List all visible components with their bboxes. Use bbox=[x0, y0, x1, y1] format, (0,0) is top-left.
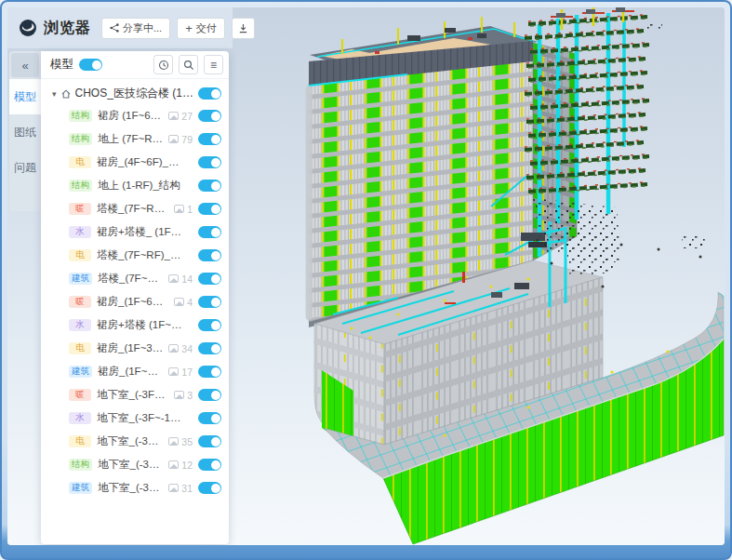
category-badge: 水 bbox=[69, 319, 91, 331]
visibility-toggle[interactable] bbox=[198, 133, 221, 145]
sheet-count: 31 bbox=[168, 483, 193, 494]
download-button[interactable] bbox=[232, 18, 255, 39]
tree-item[interactable]: 结构 地下室_(-3F~-1F)_结构 12 bbox=[41, 453, 229, 476]
history-button[interactable] bbox=[153, 55, 173, 74]
download-icon bbox=[238, 23, 248, 33]
tree-item[interactable]: 结构 地上 (1-RF)_结构 bbox=[41, 174, 229, 197]
app-logo-icon bbox=[19, 19, 37, 37]
tab-drawings[interactable]: 图纸 bbox=[9, 114, 41, 150]
sheet-count: 34 bbox=[168, 343, 193, 354]
sheet-count: 17 bbox=[168, 367, 193, 378]
model-panel: 模型 ≡ bbox=[41, 51, 229, 544]
item-label: 地下室_(-3F~-1F)_结构 bbox=[98, 458, 163, 472]
category-badge: 结构 bbox=[69, 459, 92, 471]
category-badge: 结构 bbox=[69, 110, 92, 122]
visibility-toggle[interactable] bbox=[198, 319, 221, 331]
tree-item[interactable]: 建筑 裙房_(1F~6F)_建筑 17 bbox=[41, 360, 229, 383]
tree-item[interactable]: 电 塔楼_(7F~RF)_电气 bbox=[41, 244, 229, 267]
visibility-toggle[interactable] bbox=[198, 156, 221, 168]
item-label: 裙房_(1F~6F)_建筑 bbox=[98, 365, 163, 379]
visibility-toggle[interactable] bbox=[198, 273, 221, 285]
tree-item[interactable]: 水 地下室_(-3F~-1F)_给... bbox=[41, 407, 229, 430]
tree-item[interactable]: 电 裙房_(4F~6F)_电气 bbox=[41, 151, 229, 174]
tab-model[interactable]: 模型 bbox=[9, 79, 41, 114]
category-badge: 暖 bbox=[69, 296, 91, 308]
visibility-toggle[interactable] bbox=[198, 203, 221, 215]
tree-item[interactable]: 水 裙房+塔楼 (1F~RF)_... bbox=[41, 313, 229, 337]
visibility-toggle[interactable] bbox=[198, 435, 221, 447]
visibility-toggle[interactable] bbox=[198, 389, 221, 401]
sheet-icon bbox=[174, 205, 184, 213]
visibility-toggle[interactable] bbox=[198, 226, 221, 238]
menu-button[interactable]: ≡ bbox=[204, 55, 223, 74]
category-badge: 水 bbox=[69, 412, 91, 424]
visibility-toggle[interactable] bbox=[198, 412, 221, 424]
visibility-toggle[interactable] bbox=[198, 180, 221, 192]
tab-issues[interactable]: 问题 bbox=[9, 150, 41, 185]
panel-title: 模型 bbox=[50, 57, 73, 73]
search-button[interactable] bbox=[179, 55, 198, 74]
sheet-count: 14 bbox=[168, 273, 193, 285]
item-label: 塔楼_(7F~RF)_暖通 bbox=[97, 202, 168, 216]
tree-item[interactable]: 建筑 地下室_(-3F~-1F)_建筑 31 bbox=[41, 476, 229, 500]
tree-item[interactable]: 电 裙房_(1F~3F)_电气 34 bbox=[41, 337, 229, 360]
visibility-toggle[interactable] bbox=[198, 342, 221, 354]
tree-item[interactable]: 水 裙房+塔楼_ (1F~RF)... bbox=[41, 220, 229, 244]
category-badge: 电 bbox=[69, 156, 91, 168]
deliver-button[interactable]: + 交付 bbox=[177, 18, 225, 39]
category-badge: 结构 bbox=[69, 133, 92, 145]
sheet-icon bbox=[168, 437, 179, 446]
collapse-button[interactable]: « bbox=[11, 53, 39, 77]
menu-icon: ≡ bbox=[210, 60, 217, 71]
deliver-label: 交付 bbox=[196, 21, 217, 35]
share-label: 分享中... bbox=[123, 21, 162, 35]
item-label: 地下室_(-3F~-1F)_给... bbox=[97, 411, 187, 425]
visibility-toggle[interactable] bbox=[198, 110, 221, 122]
sheet-icon bbox=[168, 135, 179, 143]
item-label: 地下室_(-3F~-1F)_暖通 bbox=[97, 388, 168, 402]
sheet-icon bbox=[168, 344, 179, 353]
home-icon bbox=[60, 88, 72, 100]
tree-item[interactable]: 建筑 塔楼_(7F~RF)_建筑 14 bbox=[41, 267, 229, 290]
visibility-toggle[interactable] bbox=[198, 366, 221, 378]
item-label: 裙房_(4F~6F)_电气 bbox=[97, 155, 187, 169]
sheet-count: 1 bbox=[174, 204, 193, 215]
sheet-count: 35 bbox=[168, 436, 193, 447]
sheet-icon bbox=[168, 367, 179, 376]
category-badge: 建筑 bbox=[69, 366, 92, 378]
sheet-count: 4 bbox=[174, 297, 193, 308]
category-badge: 结构 bbox=[69, 180, 92, 192]
item-label: 地下室_(-3F~-1F)_建筑 bbox=[98, 481, 163, 495]
item-label: 裙房_(1F~6F)_暖通 bbox=[97, 295, 168, 309]
category-badge: 暖 bbox=[69, 389, 91, 401]
app-window: 浏览器 分享中... + 交付 « 模型 图纸 问 bbox=[0, 0, 732, 560]
visibility-toggle[interactable] bbox=[198, 482, 221, 494]
sheet-count: 12 bbox=[168, 460, 193, 471]
visibility-toggle[interactable] bbox=[198, 296, 221, 308]
category-badge: 建筑 bbox=[69, 273, 92, 285]
root-visibility-toggle[interactable] bbox=[198, 87, 221, 100]
visibility-toggle[interactable] bbox=[198, 459, 221, 471]
tree-item[interactable]: 结构 裙房 (1F~6F) _结构... 27 bbox=[41, 104, 229, 127]
item-label: 地上 (7F~RF)) _结构... bbox=[98, 132, 163, 146]
tree-item[interactable]: 暖 地下室_(-3F~-1F)_暖通 3 bbox=[41, 383, 229, 407]
history-icon bbox=[158, 60, 169, 71]
item-label: 塔楼_(7F~RF)_电气 bbox=[97, 248, 187, 262]
tree-root-node[interactable]: ▾ CHOS_医技综合楼 (17... bbox=[41, 83, 229, 104]
item-label: 裙房 (1F~6F) _结构... bbox=[98, 109, 163, 123]
item-label: 裙房_(1F~3F)_电气 bbox=[97, 341, 163, 355]
tree-item[interactable]: 电 地下室_(-3F~-1F)_电气 35 bbox=[41, 430, 229, 453]
caret-down-icon[interactable]: ▾ bbox=[52, 89, 57, 99]
item-label: 裙房+塔楼 (1F~RF)_... bbox=[97, 318, 187, 332]
sheet-count: 27 bbox=[168, 111, 193, 122]
plus-icon: + bbox=[185, 22, 193, 34]
share-button[interactable]: 分享中... bbox=[101, 18, 170, 39]
model-master-toggle[interactable] bbox=[79, 59, 102, 71]
share-icon bbox=[110, 23, 119, 33]
sheet-count: 79 bbox=[168, 134, 193, 145]
page-title: 浏览器 bbox=[44, 19, 91, 38]
tree-item[interactable]: 暖 裙房_(1F~6F)_暖通 4 bbox=[41, 290, 229, 313]
tree-item[interactable]: 结构 地上 (7F~RF)) _结构... 79 bbox=[41, 127, 229, 151]
visibility-toggle[interactable] bbox=[198, 249, 221, 261]
tree-item[interactable]: 暖 塔楼_(7F~RF)_暖通 1 bbox=[41, 197, 229, 220]
